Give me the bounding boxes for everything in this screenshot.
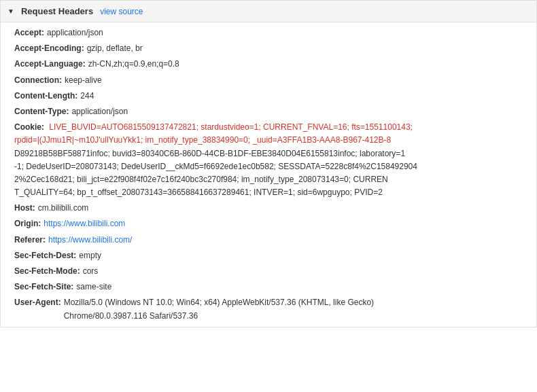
header-content-type: Content-Type: application/json <box>1 104 536 120</box>
header-value-origin: https://www.bilibili.com <box>44 217 125 230</box>
panel-header: ▼ Request Headers view source <box>1 1 536 22</box>
header-name-content-type: Content-Type: <box>14 105 69 118</box>
header-user-agent: User-Agent: Mozilla/5.0 (Windows NT 10.0… <box>1 295 536 323</box>
header-value-accept: application/json <box>47 26 103 39</box>
header-referer: Referer: https://www.bilibili.com/ <box>1 232 536 248</box>
header-name-accept-language: Accept-Language: <box>14 58 86 71</box>
header-name-accept: Accept: <box>14 26 44 39</box>
cookie-highlight-2: rpdid=|(JJmu1R|~m10J'ullYuuYkk1; im_noti… <box>14 135 391 145</box>
header-name-cookie: Cookie: <box>14 122 44 132</box>
header-name-user-agent: User-Agent: <box>14 296 61 322</box>
header-name-accept-encoding: Accept-Encoding: <box>14 42 84 55</box>
header-origin: Origin: https://www.bilibili.com <box>1 216 536 232</box>
cookie-highlight-1: LIVE_BUVID=AUTO68155091374728​21; stardu… <box>49 122 413 132</box>
header-name-origin: Origin: <box>14 217 41 230</box>
panel-title: Request Headers <box>21 6 93 16</box>
header-name-sec-fetch-mode: Sec-Fetch-Mode: <box>14 265 80 278</box>
header-value-accept-encoding: gzip, deflate, br <box>87 42 143 55</box>
header-content-length: Content-Length: 244 <box>1 88 536 104</box>
header-value-connection: keep-alive <box>65 74 102 87</box>
request-headers-panel: ▼ Request Headers view source Accept: ap… <box>0 0 537 327</box>
toggle-icon[interactable]: ▼ <box>7 7 14 15</box>
header-connection: Connection: keep-alive <box>1 73 536 88</box>
header-sec-fetch-mode: Sec-Fetch-Mode: cors <box>1 264 536 279</box>
header-value-sec-fetch-dest: empty <box>79 249 101 262</box>
header-value-accept-language: zh-CN,zh;q=0.9,en;q=0.8 <box>88 58 179 71</box>
header-value-sec-fetch-mode: cors <box>83 265 99 278</box>
header-accept: Accept: application/json <box>1 25 536 41</box>
panel-content: Accept: application/json Accept-Encoding… <box>1 22 536 327</box>
header-value-content-type: application/json <box>71 105 128 118</box>
header-value-cookie: LIVE_BUVID=AUTO68155091374728​21; stardu… <box>14 122 417 197</box>
view-source-link[interactable]: view source <box>100 7 143 16</box>
header-value-sec-fetch-site: same-site <box>76 281 111 293</box>
header-cookie: Cookie: LIVE_BUVID=AUTO68155091374728​21… <box>1 120 536 200</box>
header-name-connection: Connection: <box>14 74 62 87</box>
header-sec-fetch-dest: Sec-Fetch-Dest: empty <box>1 248 536 264</box>
header-value-content-length: 244 <box>80 90 94 103</box>
header-name-sec-fetch-site: Sec-Fetch-Site: <box>14 281 73 293</box>
header-name-host: Host: <box>14 202 35 215</box>
header-name-content-length: Content-Length: <box>14 90 77 103</box>
header-value-host: cm.bilibili.com <box>38 202 89 215</box>
header-value-referer: https://www.bilibili.com/ <box>48 234 132 247</box>
header-accept-language: Accept-Language: zh-CN,zh;q=0.9,en;q=0.8 <box>1 56 536 72</box>
header-host: Host: cm.bilibili.com <box>1 200 536 216</box>
header-accept-encoding: Accept-Encoding: gzip, deflate, br <box>1 41 536 56</box>
header-name-referer: Referer: <box>14 234 46 247</box>
header-value-user-agent: Mozilla/5.0 (Windows NT 10.0; Win64; x64… <box>64 296 374 322</box>
header-sec-fetch-site: Sec-Fetch-Site: same-site <box>1 279 536 295</box>
header-name-sec-fetch-dest: Sec-Fetch-Dest: <box>14 249 76 262</box>
